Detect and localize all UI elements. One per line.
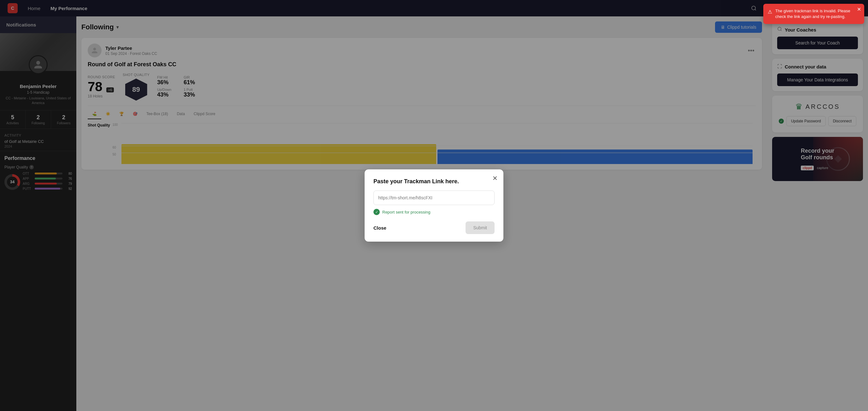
success-check-icon: ✓ xyxy=(373,209,380,215)
error-toast: ⚠ The given trackman link is invalid. Pl… xyxy=(763,4,864,24)
modal-overlay[interactable]: Paste your Trackman Link here. ✕ ✓ Repor… xyxy=(0,0,868,411)
modal-title: Paste your Trackman Link here. xyxy=(373,178,495,185)
modal-close-x-button[interactable]: ✕ xyxy=(492,175,498,182)
warning-icon: ⚠ xyxy=(768,8,772,15)
trackman-link-input[interactable] xyxy=(373,191,495,205)
modal-success-message: ✓ Report sent for processing xyxy=(373,209,495,215)
modal-submit-button[interactable]: Submit xyxy=(466,221,495,234)
trackman-modal: Paste your Trackman Link here. ✕ ✓ Repor… xyxy=(365,169,503,242)
modal-close-button[interactable]: Close xyxy=(373,225,386,230)
modal-footer: Close Submit xyxy=(373,221,495,234)
toast-close-button[interactable]: ✕ xyxy=(857,6,861,12)
